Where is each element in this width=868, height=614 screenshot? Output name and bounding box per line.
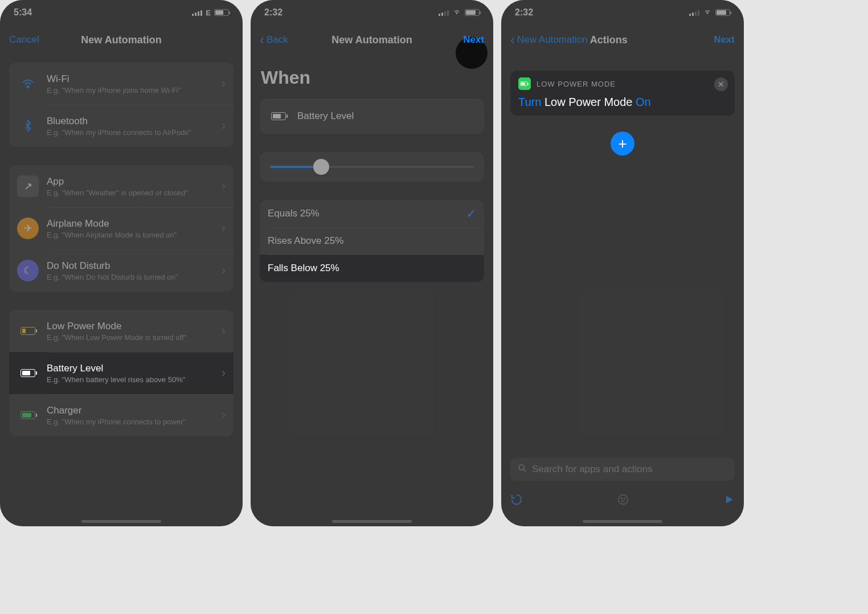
trigger-group-power: Low Power Mode E.g. "When Low Power Mode… [9,310,234,436]
cancel-button[interactable]: Cancel [9,34,39,46]
trigger-app[interactable]: ↗ App E.g. "When "Weather" is opened or … [9,165,234,207]
close-icon[interactable]: ✕ [714,77,728,91]
search-placeholder: Search for apps and actions [532,464,653,475]
option-equals[interactable]: Equals 25% ✓ [260,200,484,227]
action-card-header: LOW POWER MODE [518,77,727,90]
wifi-icon [452,9,461,17]
wifi-icon [17,73,39,95]
chevron-right-icon: › [222,324,226,338]
face-icon[interactable] [617,493,629,508]
row-subtitle: E.g. "When my iPhone joins home Wi-Fi" [47,86,222,95]
status-icons [689,9,730,17]
action-state[interactable]: On [636,96,651,108]
screen-new-automation-triggers: 5:34 E Cancel New Automation Wi-Fi E.g. … [0,0,243,526]
home-indicator[interactable] [81,520,161,523]
row-title: Airplane Mode [47,218,222,230]
row-subtitle: E.g. "When my iPhone connects to AirPods… [47,128,222,137]
back-button[interactable]: ‹New Automation [510,33,588,47]
home-indicator[interactable] [583,520,662,523]
chevron-left-icon: ‹ [510,33,515,47]
chevron-right-icon: › [222,76,226,91]
svg-point-0 [27,86,28,88]
trigger-list: Wi-Fi E.g. "When my iPhone joins home Wi… [0,55,243,526]
checkmark-icon: ✓ [466,207,476,220]
option-label: Rises Above 25% [268,235,343,247]
search-icon [517,463,527,476]
row-subtitle: E.g. "When "Weather" is opened or closed… [47,189,222,197]
bottom-toolbar [510,493,735,508]
search-input[interactable]: Search for apps and actions [510,458,735,481]
svg-rect-2 [521,83,525,85]
next-button[interactable]: Next [714,34,735,46]
charger-icon [17,404,39,426]
battery-config: When Battery Level Equals 25% ✓ Rises Ab… [251,55,493,526]
status-time: 2:32 [264,7,282,18]
row-title: Bluetooth [47,116,222,127]
bluetooth-icon [17,115,39,137]
screen-actions: 2:32 ‹New Automation Actions Next LOW PO… [501,0,744,526]
next-button[interactable]: Next [463,34,484,46]
row-subtitle: E.g. "When battery level rises above 50%… [47,375,222,384]
battery-slider[interactable] [260,152,484,182]
trigger-wifi[interactable]: Wi-Fi E.g. "When my iPhone joins home Wi… [9,63,234,105]
status-time: 5:34 [14,7,32,18]
svg-point-4 [519,465,524,470]
option-falls-below[interactable]: Falls Below 25% [260,255,484,282]
trigger-low-power-mode[interactable]: Low Power Mode E.g. "When Low Power Mode… [9,310,234,352]
slider-track [270,166,474,168]
row-title: Charger [47,405,222,416]
trigger-summary-row: Battery Level [260,99,484,134]
play-icon[interactable] [723,494,735,507]
status-bar: 2:32 [251,0,493,25]
row-title: Do Not Disturb [47,260,222,272]
status-bar: 5:34 E [0,0,243,25]
trigger-summary: Battery Level [260,99,484,134]
row-subtitle: E.g. "When Do Not Disturb is turned on" [47,273,222,281]
battery-icon [465,9,480,16]
status-icons: E [192,9,229,17]
trigger-bluetooth[interactable]: Bluetooth E.g. "When my iPhone connects … [9,105,234,147]
svg-rect-3 [527,83,528,85]
slider-thumb[interactable] [313,159,329,175]
option-label: Equals 25% [268,208,466,219]
trigger-airplane-mode[interactable]: ✈ Airplane Mode E.g. "When Airplane Mode… [9,207,234,249]
moon-icon: ☾ [17,260,39,281]
chevron-right-icon: › [222,263,226,278]
back-button[interactable]: ‹Back [260,33,288,47]
low-power-icon [17,320,39,342]
row-subtitle: E.g. "When Airplane Mode is turned on" [47,231,222,239]
add-action-button[interactable]: + [611,132,634,155]
svg-point-5 [619,495,628,505]
status-time: 2:32 [515,7,533,18]
wifi-icon [703,9,712,17]
action-card-low-power-mode[interactable]: LOW POWER MODE ✕ Turn Low Power Mode On [510,71,735,116]
action-card-title: LOW POWER MODE [537,80,616,88]
airplane-icon: ✈ [17,218,39,239]
row-subtitle: E.g. "When my iPhone connects to power" [47,417,222,426]
app-icon: ↗ [17,175,39,197]
trigger-label: Battery Level [297,110,354,122]
svg-point-7 [624,498,625,499]
row-title: Low Power Mode [47,321,222,332]
svg-point-6 [621,498,622,499]
option-rises-above[interactable]: Rises Above 25% [260,227,484,255]
row-title: App [47,176,222,187]
battery-level-icon [17,362,39,384]
action-subject: Low Power Mode [544,96,633,108]
when-heading: When [261,67,484,88]
condition-options: Equals 25% ✓ Rises Above 25% Falls Below… [260,200,484,282]
nav-bar: Cancel New Automation [0,25,243,55]
page-title: New Automation [81,34,161,46]
home-indicator[interactable] [332,520,412,523]
trigger-group-network: Wi-Fi E.g. "When my iPhone joins home Wi… [9,63,234,147]
trigger-battery-level[interactable]: Battery Level E.g. "When battery level r… [9,352,234,394]
action-verb[interactable]: Turn [518,96,541,108]
cellular-icon [689,9,699,16]
undo-icon[interactable] [510,493,523,508]
battery-level-icon [268,105,289,127]
trigger-charger[interactable]: Charger E.g. "When my iPhone connects to… [9,394,234,436]
page-title: New Automation [331,34,412,46]
chevron-right-icon: › [222,366,226,380]
trigger-do-not-disturb[interactable]: ☾ Do Not Disturb E.g. "When Do Not Distu… [9,249,234,292]
battery-icon [214,9,229,16]
